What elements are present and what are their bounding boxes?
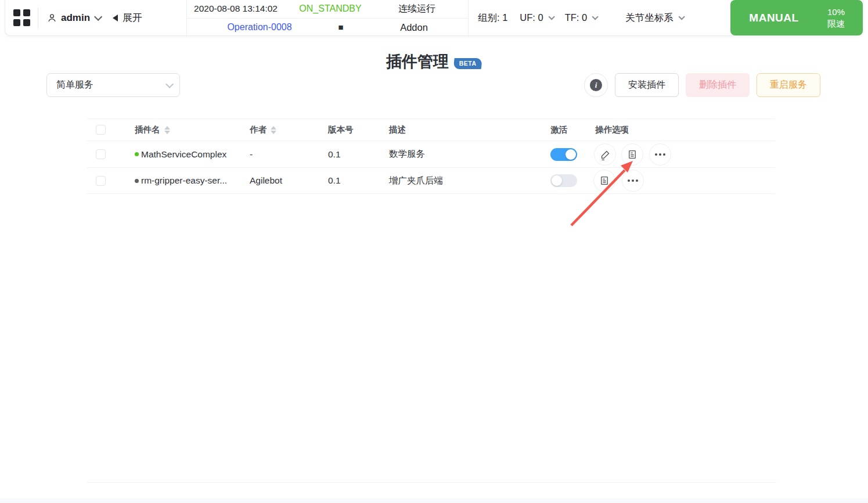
operation-link[interactable]: Operation-0008 (204, 19, 315, 36)
col-header-description: 描述 (389, 119, 406, 141)
table-row: MathServiceComplex - 0.1 数学服务 (87, 141, 775, 168)
plugin-name: MathServiceComplex (141, 149, 226, 160)
edit-button[interactable] (594, 143, 616, 166)
select-all-checkbox[interactable] (96, 125, 106, 135)
collapse-label: 展开 (123, 11, 142, 24)
plugin-version: 0.1 (328, 168, 341, 193)
edit-icon (600, 149, 611, 160)
chevron-down-icon (165, 80, 174, 88)
col-header-active: 激活 (550, 119, 567, 141)
row-checkbox[interactable] (96, 149, 106, 159)
tf-selector[interactable]: TF: 0 (565, 12, 597, 23)
speed-value: 10% (817, 6, 855, 18)
active-toggle[interactable] (550, 148, 577, 161)
col-header-version: 版本号 (328, 119, 354, 141)
user-name: admin (61, 12, 90, 24)
beta-badge: BETA (453, 58, 482, 69)
robot-settings: 组别: 1 UF: 0 TF: 0 关节坐标系 (469, 0, 730, 35)
toggle-knob (566, 149, 576, 160)
grid-icon (13, 9, 30, 26)
group-selector: 组别: 1 (478, 12, 507, 24)
more-icon (655, 153, 665, 156)
sort-caret-up-icon (164, 126, 170, 130)
sort-control[interactable] (164, 126, 170, 134)
col-header-name: 插件名 (135, 124, 160, 135)
sort-caret-down-icon (271, 131, 276, 134)
mode-label: MANUAL (730, 12, 817, 24)
detail-button[interactable] (593, 170, 615, 192)
robot-state: ON_STANDBY (284, 0, 376, 17)
run-mode: 连续运行 (376, 0, 458, 17)
timestamp: 2020-08-08 13:14:02 (187, 0, 284, 17)
detail-icon (599, 175, 610, 186)
sort-caret-up-icon (271, 126, 276, 130)
sort-caret-down-icon (164, 131, 170, 134)
app-root: admin 展开 2020-08-08 13:14:02 ON_STANDBY … (0, 0, 868, 503)
page-title: 插件管理 (386, 51, 449, 72)
uf-label: UF: 0 (520, 12, 543, 23)
coordinate-selector[interactable]: 关节坐标系 (625, 12, 683, 24)
divider (87, 482, 776, 483)
active-toggle[interactable] (550, 174, 577, 187)
user-icon (47, 13, 57, 23)
service-type-value: 简单服务 (56, 79, 165, 91)
chevron-down-icon (548, 13, 554, 20)
col-header-author: 作者 (250, 124, 266, 135)
beta-badge-label: BETA (459, 60, 477, 67)
user-menu[interactable]: admin (47, 12, 100, 24)
coordinate-label: 关节坐标系 (625, 12, 673, 24)
table-header-row: 插件名 作者 版本号 描述 激活 操作选项 (87, 118, 775, 141)
delete-plugin-button[interactable]: 删除插件 (686, 73, 750, 97)
detail-button[interactable] (621, 143, 643, 166)
service-type-select[interactable]: 简单服务 (46, 73, 180, 97)
row-checkbox[interactable] (96, 176, 106, 186)
chevron-down-icon (592, 13, 599, 20)
stop-icon[interactable]: ■ (332, 19, 350, 36)
info-icon: i (590, 79, 602, 91)
chevron-down-icon (678, 13, 685, 20)
topbar-left: admin 展开 (5, 0, 186, 35)
plugin-description: 数学服务 (389, 141, 425, 167)
more-icon (628, 179, 638, 182)
detail-icon (627, 149, 638, 160)
addon-label: Addon (376, 19, 452, 36)
toggle-knob (552, 175, 562, 186)
plugin-table: 插件名 作者 版本号 描述 激活 操作选项 MathServiceComplex… (87, 118, 775, 194)
status-dot-icon (135, 152, 139, 156)
tf-label: TF: 0 (565, 12, 588, 23)
collapse-toggle[interactable]: 展开 (113, 11, 142, 24)
chevron-down-icon (94, 12, 102, 20)
plugin-author: - (250, 141, 253, 167)
status-panel: 2020-08-08 13:14:02 ON_STANDBY 连续运行 Oper… (186, 0, 469, 35)
plugin-description: 增广夹爪后端 (389, 168, 443, 193)
speed-label: 限速 (817, 18, 855, 30)
more-button[interactable] (649, 143, 671, 166)
triangle-left-icon (113, 15, 118, 21)
divider (38, 8, 38, 28)
uf-selector[interactable]: UF: 0 (520, 12, 552, 23)
group-label: 组别: 1 (478, 12, 507, 24)
info-button[interactable]: i (584, 73, 608, 97)
speed-limit: 10% 限速 (817, 6, 863, 30)
plugin-version: 0.1 (328, 141, 341, 167)
plugin-name: rm-gripper-easy-ser... (141, 175, 227, 186)
plugin-author: Agilebot (250, 168, 282, 193)
col-header-actions: 操作选项 (595, 119, 629, 141)
topbar: admin 展开 2020-08-08 13:14:02 ON_STANDBY … (5, 0, 863, 36)
restart-service-button[interactable]: 重启服务 (757, 73, 820, 97)
action-buttons: i 安装插件 删除插件 重启服务 (584, 73, 820, 97)
install-plugin-button[interactable]: 安装插件 (615, 73, 679, 97)
apps-grid-button[interactable] (5, 9, 38, 26)
sort-control[interactable] (271, 126, 276, 134)
manual-mode-indicator[interactable]: MANUAL 10% 限速 (730, 0, 863, 35)
footer-strip (0, 498, 868, 503)
status-dot-icon (135, 179, 139, 183)
page-title-row: 插件管理 BETA (0, 51, 868, 72)
more-button[interactable] (622, 170, 644, 192)
table-row: rm-gripper-easy-ser... Agilebot 0.1 增广夹爪… (87, 168, 775, 194)
